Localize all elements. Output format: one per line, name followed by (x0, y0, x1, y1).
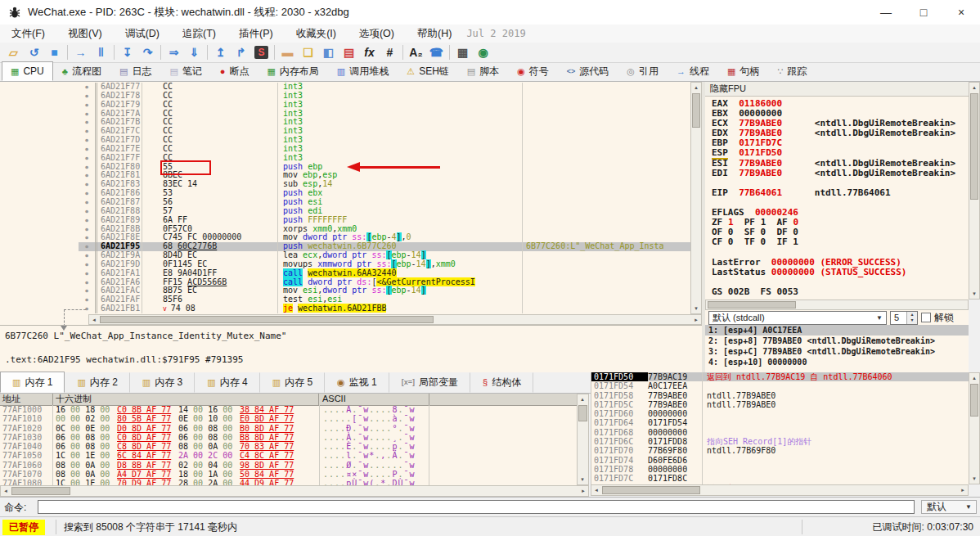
spinner-arrows-icon[interactable]: ▴▾ (906, 312, 917, 324)
scrollbar-thumb[interactable] (708, 301, 796, 309)
hide-fpu-button[interactable]: 隐藏FPU (705, 82, 969, 97)
tab-references[interactable]: ◎引用 (618, 62, 668, 81)
dump-row[interactable]: 77AF10200C 00 0E 00D0 8D AF 7706 00 08 0… (0, 424, 577, 433)
register-line[interactable]: EDI 77B9ABE0 <ntdll.DbgUiRemoteBreakin> (705, 169, 969, 178)
settings-globe-icon[interactable]: ◉ (473, 43, 493, 61)
tab-cpu[interactable]: ▦CPU (2, 61, 53, 81)
disasm-row[interactable]: ●6AD21F7FCCint3 (0, 154, 702, 163)
tab-dump-3[interactable]: ▥内存 3 (130, 372, 195, 393)
scroll-left-icon[interactable]: ◂ (89, 315, 99, 325)
tab-graph[interactable]: ♣流程图 (53, 62, 110, 81)
step-into-icon[interactable]: ↧ (117, 43, 137, 61)
scroll-left-icon[interactable]: ◂ (591, 485, 601, 495)
run-to-user-code-icon[interactable]: ↱ (231, 43, 251, 61)
breakpoint-dot-icon[interactable]: ● (79, 136, 95, 145)
menu-item[interactable]: 追踪(T) (171, 25, 227, 43)
disasm-row[interactable]: ●6AD21F79CCint3 (0, 101, 702, 110)
scroll-down-icon[interactable]: ▾ (969, 474, 979, 484)
breakpoint-dot-icon[interactable]: ● (79, 251, 95, 260)
tab-source[interactable]: <>源代码 (558, 62, 618, 81)
scroll-right-icon[interactable]: ▸ (958, 485, 968, 495)
tab-seh[interactable]: ⚠SEH链 (398, 62, 458, 81)
command-mode-select[interactable]: 默认▼ (921, 500, 977, 514)
dump-row[interactable]: 77AF103006 00 08 00C0 8D AF 7706 00 08 0… (0, 433, 577, 442)
assembler-icon[interactable]: A₂ (406, 43, 426, 61)
unlock-checkbox[interactable] (921, 313, 931, 322)
breakpoint-dot-icon[interactable]: ● (79, 110, 95, 119)
scroll-down-icon[interactable]: ▾ (578, 475, 587, 484)
stack-row[interactable]: 0171FD7C0171FD8C (591, 474, 969, 483)
register-line[interactable]: GS 002B FS 0053 (705, 287, 969, 297)
functions-icon[interactable]: fx (359, 43, 380, 61)
stack-row[interactable]: 0171FD7800000000 (591, 465, 969, 474)
breakpoint-dot-icon[interactable]: ● (79, 92, 95, 101)
disasm-vertical-scrollbar[interactable]: ▴ ▾ (690, 82, 702, 314)
breakpoint-dot-icon[interactable]: ● (79, 242, 95, 251)
run-icon[interactable]: → (70, 43, 91, 61)
disasm-horizontal-scrollbar[interactable]: ◂ ▸ (88, 314, 702, 326)
stack-row[interactable]: 0171FD74D60FE6D6 (591, 456, 969, 465)
dump-row[interactable]: 77AF107008 00 0A 00A4 D7 AF 7718 00 1A 0… (0, 470, 577, 479)
tab-log[interactable]: ▤日志 (110, 62, 160, 81)
dump-vertical-scrollbar[interactable]: ▴ ▾ (577, 394, 589, 485)
stack-row[interactable]: 0171FD6800000000 (591, 428, 969, 437)
tab-symbols[interactable]: ◉符号 (508, 62, 558, 81)
dump-row[interactable]: 77AF10501C 00 1E 006C 84 AF 772A 00 2C 0… (0, 451, 577, 460)
attach-icon[interactable]: ☎ (426, 43, 447, 61)
menu-item[interactable]: 选项(O) (348, 25, 406, 43)
breakpoint-dot-icon[interactable]: ● (79, 269, 95, 278)
registers-horizontal-scrollbar[interactable] (705, 300, 969, 310)
scylla-icon[interactable]: S (251, 43, 272, 61)
argument-depth-stepper[interactable]: 5▴▾ (890, 311, 918, 325)
maximize-button[interactable]: □ (905, 0, 942, 25)
scrollbar-thumb[interactable] (100, 316, 434, 324)
breakpoint-dot-icon[interactable]: ● (79, 286, 95, 295)
restart-icon[interactable]: ↺ (24, 43, 44, 61)
breakpoint-dot-icon[interactable]: ● (79, 198, 95, 207)
breakpoint-dot-icon[interactable]: ● (79, 180, 95, 189)
stack-row[interactable]: 0171FD6C0171FDD8指向SEH_Record[1]的指针 (591, 437, 969, 446)
tab-script[interactable]: ▤脚本 (458, 62, 508, 81)
breakpoint-dot-icon[interactable]: ● (79, 154, 95, 163)
scrollbar-thumb[interactable] (970, 93, 978, 200)
stack-row[interactable]: 0171FD5077B9AC19返回到 ntdll.77B9AC19 自 ntd… (591, 372, 969, 381)
scrollbar-thumb[interactable] (692, 93, 700, 128)
labels-icon[interactable]: ◧ (318, 43, 339, 61)
scrollbar-thumb[interactable] (970, 384, 978, 417)
scroll-up-icon[interactable]: ▴ (969, 373, 979, 383)
tab-struct[interactable]: §结构体 (470, 372, 533, 393)
scroll-up-icon[interactable]: ▴ (969, 83, 979, 92)
menu-item[interactable]: 调试(D) (114, 25, 171, 43)
calculator-icon[interactable]: ▦ (452, 43, 473, 61)
breakpoint-dot-icon[interactable]: ● (79, 216, 95, 225)
stack-row[interactable]: 0171FD7077B69F80ntdll.77B69F80 (591, 446, 969, 455)
tab-breakpoints[interactable]: ●断点 (211, 62, 258, 81)
hash-icon[interactable]: # (380, 43, 400, 61)
scrollbar-thumb[interactable] (578, 405, 587, 421)
menu-item[interactable]: 视图(V) (56, 25, 114, 43)
scroll-right-icon[interactable]: ▸ (691, 315, 701, 325)
breakpoint-dot-icon[interactable]: ● (79, 127, 95, 136)
bookmarks-icon[interactable]: ▤ (339, 43, 359, 61)
stack-row[interactable]: 0171FD5C77B9ABE0ntdll.77B9ABE0 (591, 400, 969, 409)
breakpoint-dot-icon[interactable]: ● (79, 260, 95, 269)
scroll-up-icon[interactable]: ▴ (691, 83, 701, 92)
stack-vertical-scrollbar[interactable]: ▴ ▾ (969, 372, 980, 484)
menu-item[interactable]: 收藏夹(I) (285, 25, 348, 43)
close-button[interactable]: × (942, 0, 980, 25)
argument-row[interactable]: 3: [esp+C] 77B9ABE0 <ntdll.DbgUiRemoteBr… (705, 346, 969, 357)
tab-dump-5[interactable]: ▥内存 5 (260, 372, 325, 393)
breakpoint-dot-icon[interactable]: ● (79, 163, 95, 172)
argument-row[interactable]: 4: [esp+10] 00000000 (705, 357, 969, 367)
scroll-down-icon[interactable]: ▾ (969, 289, 979, 299)
breakpoint-dot-icon[interactable]: ● (79, 225, 95, 234)
breakpoint-dot-icon[interactable]: ● (79, 278, 95, 287)
tab-threads[interactable]: →线程 (668, 62, 718, 81)
step-over-icon[interactable]: ↷ (137, 43, 158, 61)
stack-row[interactable]: 0171FD640171FD54 (591, 418, 969, 427)
argument-row[interactable]: 1: [esp+4] A0C17EEA (705, 325, 969, 336)
tab-notes[interactable]: ▤笔记 (160, 62, 210, 81)
argument-row[interactable]: 2: [esp+8] 77B9ABE0 <ntdll.DbgUiRemoteBr… (705, 336, 969, 346)
breakpoint-dot-icon[interactable]: ● (79, 118, 95, 127)
breakpoint-dot-icon[interactable]: ● (79, 189, 95, 198)
